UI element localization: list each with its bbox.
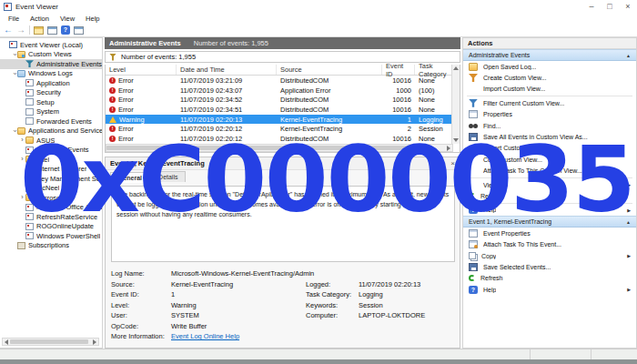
action-attach-task-to-this-custom-view[interactable]: Attach Task To This Custom View...	[463, 166, 636, 177]
expand-icon[interactable]: ›	[19, 194, 25, 201]
show-action-pane-icon[interactable]	[74, 26, 84, 35]
tree-item-security[interactable]: Security	[0, 88, 102, 98]
expand-icon[interactable]: ›	[19, 136, 25, 144]
tree-item-intel[interactable]: ›Intel	[0, 155, 102, 165]
tree-item-microsoft[interactable]: ›Microsoft	[0, 193, 102, 203]
tree-item-hardware-events[interactable]: Hardware Events	[0, 146, 102, 156]
tree-item-internet-explorer[interactable]: Internet Explorer	[0, 165, 102, 175]
action-copy-custom-view[interactable]: Copy Custom View...	[463, 154, 636, 165]
table-vertical-scrollbar[interactable]	[451, 65, 460, 144]
tree-item-forwarded-events[interactable]: Forwarded Events	[0, 116, 102, 126]
tree-item-windows-powershell[interactable]: Windows PowerShell	[0, 231, 102, 241]
event-row[interactable]: Error11/07/2019 02:34:51DistributedCOM10…	[106, 105, 460, 115]
tree-item-applications-and-services-lo[interactable]: ›Applications and Services Lo	[0, 126, 102, 136]
tree-item-custom-views[interactable]: ›Custom Views	[0, 50, 102, 60]
tree-item-windows-logs[interactable]: ›Windows Logs	[0, 69, 102, 79]
level-cell: Warning	[106, 116, 177, 124]
action-import-custom-view[interactable]: Import Custom View...	[463, 84, 636, 95]
action-create-custom-view[interactable]: Create Custom View...	[463, 72, 636, 83]
tree-item-setup[interactable]: Setup	[0, 97, 102, 107]
tree-item-subscriptions[interactable]: Subscriptions	[0, 241, 102, 251]
tree-item-key-management-service[interactable]: Key Management Service	[0, 174, 102, 184]
tree-item-microsoft-office-alerts[interactable]: Microsoft Office Alerts	[0, 203, 102, 213]
menu-action[interactable]: Action	[25, 15, 55, 23]
actions-section-event-1-kernel-eventtracing[interactable]: Event 1, Kernel-EventTracing▲	[463, 216, 636, 228]
action-properties[interactable]: Properties	[463, 109, 636, 120]
tree-item-system[interactable]: System	[0, 107, 102, 117]
scroll-right-icon[interactable]	[447, 146, 450, 151]
back-icon[interactable]: ←	[4, 25, 13, 35]
action-save-all-events-in-custom-view-as[interactable]: Save All Events in Custom View As...	[463, 131, 636, 142]
event-id-cell: 10016	[382, 135, 415, 143]
action-event-properties[interactable]: Event Properties	[463, 228, 636, 238]
expand-icon[interactable]: ›	[19, 156, 25, 163]
level-cell: Error	[106, 76, 177, 85]
funnel-blue-icon	[469, 99, 478, 107]
tree-item-rogonlineupdate[interactable]: ROGOnlineUpdate	[0, 222, 102, 232]
collapse-icon[interactable]: ▲	[626, 219, 631, 225]
tree-item-event-viewer-local[interactable]: Event Viewer (Local)	[0, 40, 102, 50]
export-log-icon[interactable]	[34, 26, 44, 35]
scrollbar-thumb[interactable]	[106, 146, 430, 150]
action-view[interactable]: View▶	[463, 179, 636, 190]
collapse-icon[interactable]: ▲	[626, 53, 631, 58]
scroll-right-icon[interactable]	[93, 339, 96, 345]
tree-item-label: Microsoft	[36, 194, 64, 202]
minimize-button[interactable]: –	[582, 2, 601, 11]
menu-file[interactable]: File	[3, 15, 25, 23]
event-fields: Log Name:Microsoft-Windows-Kernel-EventT…	[111, 268, 455, 342]
menu-help[interactable]: Help	[80, 15, 105, 23]
action-find[interactable]: Find...	[463, 120, 636, 131]
help-icon[interactable]: ?	[61, 25, 70, 35]
action-export-custom-view[interactable]: Export Custom View...	[463, 143, 636, 154]
tab-details[interactable]: Details	[150, 171, 186, 182]
actions-section-administrative-events[interactable]: Administrative Events▲	[463, 49, 636, 61]
column-header-source[interactable]: Source	[277, 65, 382, 75]
table-horizontal-scrollbar[interactable]	[106, 144, 453, 152]
menu-view[interactable]: View	[55, 15, 80, 23]
action-help[interactable]: ?Help▶	[463, 284, 636, 295]
action-open-saved-log[interactable]: Open Saved Log...	[463, 61, 636, 72]
event-row[interactable]: Error11/07/2019 02:20:12Kernel-EventTrac…	[106, 124, 460, 134]
tree-item-label: Subscriptions	[28, 241, 69, 249]
event-table: LevelDate and TimeSourceEvent IDTask Cat…	[105, 65, 460, 153]
event-row[interactable]: Error11/07/2019 03:21:09DistributedCOM10…	[106, 76, 460, 86]
tree-item-application[interactable]: Application	[0, 78, 102, 88]
action-help[interactable]: ?Help▶	[463, 205, 636, 216]
scrollbar-thumb[interactable]	[10, 339, 88, 344]
action-copy[interactable]: Copy▶	[463, 250, 636, 261]
column-header-event-id[interactable]: Event ID	[382, 65, 415, 75]
column-header-level[interactable]: Level	[106, 65, 177, 75]
scroll-left-icon[interactable]	[5, 339, 8, 345]
tree-item-label: McNeel	[36, 184, 59, 192]
forward-icon[interactable]: →	[16, 25, 25, 35]
datetime-cell: 11/07/2019 02:20:12	[177, 135, 277, 143]
column-header-date-and-time[interactable]: Date and Time	[177, 65, 277, 75]
show-console-tree-icon[interactable]	[47, 26, 57, 35]
scroll-down-icon[interactable]	[453, 138, 459, 142]
column-header-task-category[interactable]: Task Category	[415, 65, 454, 75]
tree-item-administrative-events[interactable]: Administrative Events	[0, 59, 102, 69]
preview-close-icon[interactable]: ×	[450, 159, 455, 167]
log-plain-icon	[25, 117, 34, 125]
tree-item-mcneel[interactable]: McNeel	[0, 184, 102, 194]
bottom-border-band	[0, 359, 637, 364]
tree-item-refreshrateservice[interactable]: RefreshRateService	[0, 212, 102, 222]
tree-item-label: Microsoft Office Alerts	[36, 203, 102, 211]
event-row[interactable]: Warning11/07/2019 02:20:13Kernel-EventTr…	[106, 115, 460, 125]
scroll-up-icon[interactable]	[453, 66, 459, 70]
event-row[interactable]: Error11/07/2019 02:34:52DistributedCOM10…	[106, 95, 460, 105]
action-attach-task-to-this-event[interactable]: Attach Task To This Event...	[463, 238, 636, 249]
online-help-link[interactable]: Event Log Online Help	[171, 332, 289, 340]
event-row[interactable]: Error11/07/2019 02:43:07Application Erro…	[106, 86, 460, 96]
event-row[interactable]: Error11/07/2019 02:20:12DistributedCOM10…	[106, 134, 460, 144]
action-refresh[interactable]: Refresh	[463, 190, 636, 201]
close-button[interactable]: ×	[619, 2, 637, 11]
action-refresh[interactable]: Refresh	[463, 273, 636, 284]
maximize-button[interactable]: □	[601, 2, 619, 11]
tree-item-asus[interactable]: ›ASUS	[0, 136, 102, 146]
action-save-selected-events[interactable]: Save Selected Events...	[463, 261, 636, 272]
action-filter-current-custom-view[interactable]: Filter Current Custom View...	[463, 97, 636, 108]
tab-general[interactable]: General	[110, 172, 150, 183]
tree-horizontal-scrollbar[interactable]	[2, 338, 99, 346]
